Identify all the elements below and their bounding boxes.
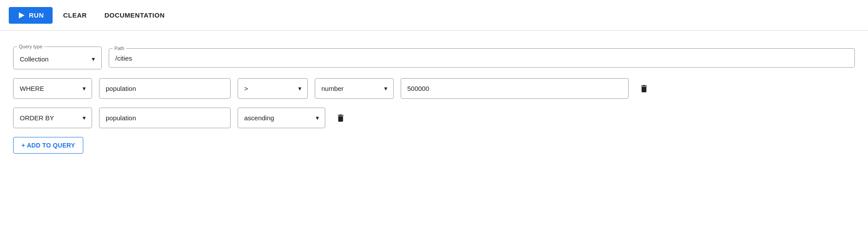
where-field-input[interactable] [99,78,231,99]
where-clause-select[interactable]: WHERE [13,78,92,99]
order-row: ORDER BY ▼ ascending ▼ [13,108,855,128]
play-icon [18,11,25,19]
direction-select[interactable]: ascending [238,108,325,128]
documentation-button[interactable]: DOCUMENTATION [97,7,172,23]
query-type-path-row: Query type Collection ▼ Path [13,44,855,69]
run-label: RUN [29,11,44,19]
direction-wrapper: ascending ▼ [238,108,325,128]
orderby-field-input[interactable] [99,108,231,128]
trash-icon-order [336,113,345,123]
path-label: Path [113,46,126,51]
query-type-select-wrapper: Collection ▼ [14,49,101,69]
clear-button[interactable]: CLEAR [56,7,94,23]
type-wrapper: number ▼ [315,78,394,99]
path-fieldset: Path [109,46,855,68]
toolbar: RUN CLEAR DOCUMENTATION [0,0,868,31]
orderby-clause-wrapper: ORDER BY ▼ [13,108,92,128]
add-to-query-label: + ADD TO QUERY [21,142,75,149]
run-button[interactable]: RUN [9,7,53,24]
operator-select[interactable]: > [238,78,308,99]
type-select[interactable]: number [315,78,394,99]
operator-wrapper: > ▼ [238,78,308,99]
query-type-select[interactable]: Collection [14,49,101,69]
query-type-fieldset: Query type Collection ▼ [13,44,102,69]
value-wrapper [401,78,629,99]
add-to-query-button[interactable]: + ADD TO QUERY [13,137,83,154]
orderby-delete-button[interactable] [332,110,348,126]
where-field-wrapper [99,78,231,99]
trash-icon [639,84,648,94]
where-delete-button[interactable] [636,80,651,97]
orderby-clause-select[interactable]: ORDER BY [13,108,92,128]
value-input[interactable] [401,78,629,99]
where-clause-wrapper: WHERE ▼ [13,78,92,99]
path-input[interactable] [109,51,854,67]
query-type-label: Query type [17,44,44,49]
where-row: WHERE ▼ > ▼ number ▼ [13,78,855,99]
orderby-field-wrapper [99,108,231,128]
main-content: Query type Collection ▼ Path WHERE ▼ [0,31,868,162]
